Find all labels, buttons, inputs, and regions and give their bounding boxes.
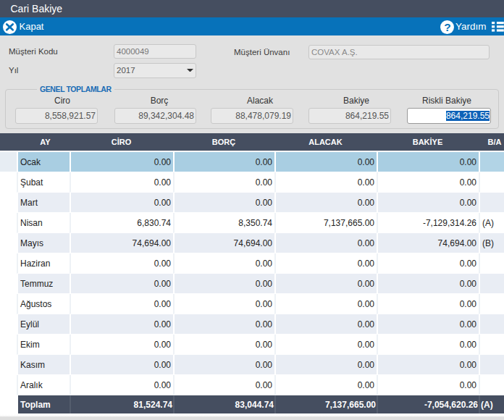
svg-text:?: ? <box>444 20 450 33</box>
